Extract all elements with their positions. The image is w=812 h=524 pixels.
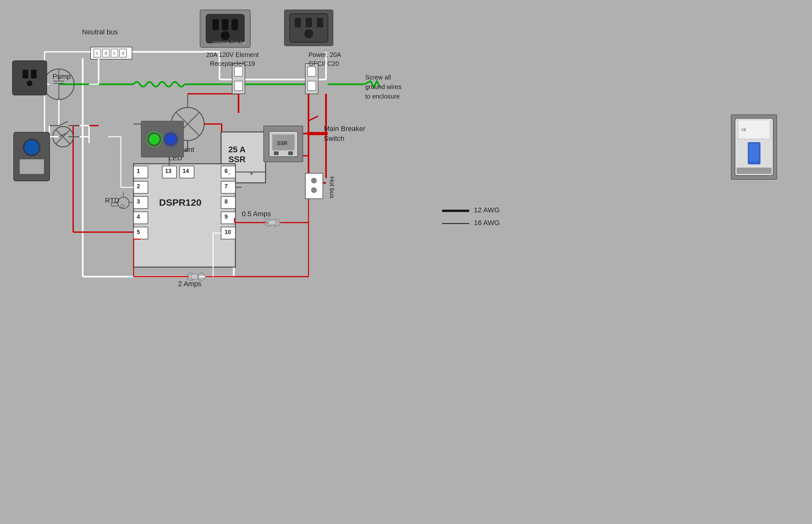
svg-text:SSR: SSR xyxy=(277,141,288,146)
svg-rect-86 xyxy=(134,197,148,209)
main-breaker-label: Main BreakerSwitch xyxy=(324,124,366,144)
svg-point-81 xyxy=(311,178,316,183)
svg-line-55 xyxy=(56,129,70,144)
screw-ground-label: Screw allground wiresto enclosure xyxy=(365,72,402,101)
svg-text:d: d xyxy=(122,51,124,56)
svg-rect-74 xyxy=(305,64,318,94)
ssr-photo: SSR xyxy=(263,126,303,162)
pin-3-label: 3 xyxy=(137,198,140,205)
svg-rect-148 xyxy=(306,18,312,27)
ssr-minus-label: - xyxy=(228,170,231,177)
svg-line-53 xyxy=(59,133,68,137)
pin-4-label: 4 xyxy=(137,214,140,220)
svg-point-150 xyxy=(304,29,313,38)
pin-2-label: 2 xyxy=(137,183,140,190)
svg-rect-92 xyxy=(221,181,236,193)
svg-point-110 xyxy=(264,219,272,226)
svg-rect-118 xyxy=(191,274,199,279)
svg-rect-71 xyxy=(232,64,245,94)
svg-rect-143 xyxy=(231,19,238,30)
svg-rect-36 xyxy=(119,49,127,57)
svg-rect-73 xyxy=(234,81,243,91)
ssr-plus-label: + xyxy=(250,170,254,177)
svg-rect-32 xyxy=(91,47,132,59)
svg-text:d: d xyxy=(104,51,107,56)
svg-rect-141 xyxy=(212,19,219,30)
svg-point-117 xyxy=(187,273,195,280)
pin-7-label: 7 xyxy=(225,183,228,190)
dspr120-label: DSPR120 xyxy=(159,197,201,208)
pump-label: Pump xyxy=(52,72,70,81)
svg-text:c: c xyxy=(113,51,115,56)
svg-point-46 xyxy=(58,98,60,101)
svg-text:c: c xyxy=(96,51,98,56)
svg-rect-147 xyxy=(294,18,301,27)
push-button-image xyxy=(13,132,50,181)
svg-point-119 xyxy=(197,273,205,280)
pin-14-label: 14 xyxy=(182,168,189,175)
svg-text:C19 Female Outlet Panel Mount: C19 Female Outlet Panel Mount xyxy=(212,41,246,45)
svg-point-112 xyxy=(272,219,280,226)
svg-line-56 xyxy=(56,129,70,144)
neutral-bus-label: Neutral bus xyxy=(82,28,118,36)
svg-line-124 xyxy=(309,116,318,121)
svg-point-82 xyxy=(311,187,316,193)
amps-05-label: 0.5 Amps xyxy=(242,210,271,218)
svg-rect-33 xyxy=(94,49,101,57)
svg-line-50 xyxy=(59,121,68,126)
c20-inlet-image xyxy=(284,10,333,46)
svg-rect-84 xyxy=(134,166,148,178)
c20-label: Power, 20AGFCI/ C20 xyxy=(309,50,341,68)
pin-13-label: 13 xyxy=(165,168,172,175)
svg-rect-88 xyxy=(134,227,148,239)
svg-rect-142 xyxy=(222,19,228,30)
awg-16-label: 16 AWG xyxy=(474,219,500,227)
svg-rect-155 xyxy=(288,151,293,155)
svg-point-104 xyxy=(121,204,124,208)
pin-8-label: 8 xyxy=(225,198,228,205)
svg-rect-94 xyxy=(221,212,236,224)
svg-rect-34 xyxy=(102,49,109,57)
hot-bus-label: Hot bus xyxy=(328,177,336,198)
svg-rect-75 xyxy=(308,67,316,76)
svg-rect-154 xyxy=(274,151,279,155)
svg-point-103 xyxy=(118,197,129,209)
svg-rect-76 xyxy=(308,81,316,91)
svg-rect-160 xyxy=(749,144,759,161)
rtd-label: RTD xyxy=(105,197,119,205)
pin-6-label: 6 xyxy=(225,168,228,175)
c19-label: 20A 120V ElementReceptacle/C19 xyxy=(206,50,259,68)
c19-receptacle-image: C19 Female Outlet Panel Mount xyxy=(200,10,250,48)
led-buttons-image xyxy=(141,121,184,158)
ssr-label: 25 ASSR xyxy=(228,145,246,164)
pin-9-label: 9 xyxy=(225,214,228,220)
svg-rect-35 xyxy=(111,49,118,57)
svg-text:CE: CE xyxy=(742,128,746,132)
svg-rect-83 xyxy=(134,164,236,267)
pump-outlet-image xyxy=(12,61,47,95)
main-breaker-photo: CE xyxy=(731,114,777,180)
pin-10-label: 10 xyxy=(225,229,231,235)
awg-12-label: 12 AWG xyxy=(474,206,500,214)
amps-2-label: 2 Amps xyxy=(178,280,201,288)
pin-1-label: 1 xyxy=(137,168,140,175)
svg-point-144 xyxy=(221,31,230,40)
svg-rect-149 xyxy=(317,18,323,27)
svg-rect-87 xyxy=(134,212,148,224)
svg-rect-161 xyxy=(737,167,772,174)
svg-rect-93 xyxy=(221,197,236,209)
pin-5-label: 5 xyxy=(137,229,140,235)
svg-point-54 xyxy=(53,127,73,147)
svg-rect-72 xyxy=(234,67,243,76)
svg-rect-115 xyxy=(268,220,276,225)
svg-rect-80 xyxy=(305,173,323,199)
svg-rect-85 xyxy=(134,181,148,193)
